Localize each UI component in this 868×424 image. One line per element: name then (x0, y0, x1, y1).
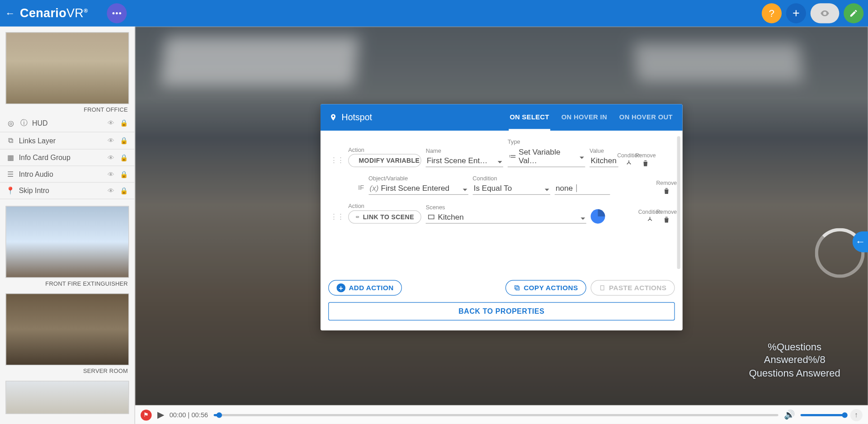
svg-rect-5 (601, 286, 604, 290)
visibility-icon[interactable]: 👁 (106, 137, 116, 144)
layer-name: Links Layer (19, 137, 103, 145)
lock-icon[interactable]: 🔒 (119, 137, 129, 144)
layer-row-hud[interactable]: ◎ ⓘ HUD 👁 🔒 (0, 114, 135, 132)
condition-value-input[interactable]: none (555, 183, 610, 195)
dialog-body: ⋮⋮ Action MODIFY VARIABLE Name First Sce… (321, 131, 683, 274)
back-arrow-icon[interactable]: ← (0, 8, 20, 19)
scene-icon (427, 214, 436, 221)
action-type-button[interactable]: LINK TO SCENE (348, 210, 421, 223)
visibility-icon[interactable]: 👁 (106, 170, 116, 178)
edit-button[interactable] (844, 3, 863, 23)
brand-logo: CenarioVR® (20, 6, 88, 20)
branch-icon (624, 160, 633, 167)
trash-icon (663, 187, 670, 195)
info-icon: ⓘ (19, 118, 29, 128)
volume-thumb[interactable] (842, 412, 847, 418)
lock-icon[interactable]: 🔒 (119, 187, 129, 194)
tab-on-select[interactable]: ON SELECT (509, 104, 550, 131)
scene-thumb[interactable] (5, 32, 129, 104)
collapse-up-button[interactable]: ↑ (850, 409, 863, 421)
visibility-icon[interactable]: 👁 (106, 154, 116, 161)
condition-button[interactable]: Condition (644, 209, 656, 224)
type-select[interactable]: ≔ Set Variable Val… (508, 146, 585, 167)
layer-row-infocard[interactable]: ▦ Info Card Group 👁 🔒 (0, 150, 135, 166)
overflow-menu-button[interactable] (107, 3, 127, 23)
add-action-button[interactable]: + ADD ACTION (328, 280, 402, 296)
dialog-header: Hotspot ON SELECT ON HOVER IN ON HOVER O… (321, 104, 683, 131)
layer-name: Intro Audio (19, 170, 103, 178)
name-select[interactable]: First Scene Ent… (426, 155, 503, 167)
action-type-button[interactable]: MODIFY VARIABLE (348, 154, 421, 167)
hud-line: %Questions (749, 341, 840, 354)
value-input[interactable]: Kitchen (590, 155, 618, 167)
back-to-properties-button[interactable]: BACK TO PROPERTIES (328, 302, 675, 320)
link-icon (355, 214, 359, 221)
scene-thumb[interactable] (5, 381, 129, 414)
transition-indicator[interactable] (591, 209, 605, 224)
help-button[interactable]: ? (762, 3, 782, 23)
name-label: Name (426, 147, 503, 154)
condition-row: IF Object/Variable (x)First Scene Entere… (330, 175, 673, 195)
copy-icon (514, 284, 520, 291)
object-select[interactable]: (x)First Scene Entered (368, 183, 468, 195)
hud-line: Answered%/8 (749, 354, 840, 367)
dialog-tabs: ON SELECT ON HOVER IN ON HOVER OUT (509, 104, 674, 131)
trash-icon (642, 160, 649, 167)
seek-thumb[interactable] (217, 412, 222, 418)
tab-on-hover-in[interactable]: ON HOVER IN (560, 104, 608, 131)
scene-label: SERVER ROOM (0, 365, 135, 375)
copy-actions-button[interactable]: COPY ACTIONS (505, 280, 586, 296)
brand-name: Cenario (20, 6, 66, 20)
paste-icon (599, 284, 606, 291)
layer-name: HUD (32, 119, 103, 127)
tab-on-hover-out[interactable]: ON HOVER OUT (618, 104, 674, 131)
pencil-icon (849, 9, 858, 18)
drag-handle-icon[interactable]: ⋮⋮ (330, 212, 344, 223)
visibility-icon[interactable]: 👁 (106, 119, 116, 127)
hotspot-dialog: Hotspot ON SELECT ON HOVER IN ON HOVER O… (321, 104, 683, 330)
dialog-footer: + ADD ACTION COPY ACTIONS PASTE ACTIONS … (321, 274, 683, 330)
branch-icon (646, 216, 655, 224)
lock-icon[interactable]: 🔒 (119, 154, 129, 161)
lock-icon[interactable]: 🔒 (119, 170, 129, 178)
hud-overlay: %Questions Answered%/8 Questions Answere… (749, 341, 840, 380)
scene-label: FRONT FIRE EXTINGUISHER (0, 278, 135, 288)
add-button[interactable]: + (786, 3, 806, 23)
lock-icon[interactable]: 🔒 (119, 119, 129, 127)
layers-icon: ⧉ (5, 136, 15, 145)
plus-icon: + (336, 283, 345, 292)
layer-name: Skip Intro (19, 187, 103, 195)
player-bar: ⚑ ▶ 00:00 | 00:56 🔊 ↑ (135, 405, 868, 424)
remove-button[interactable]: Remove (660, 209, 673, 224)
viewport[interactable]: %Questions Answered%/8 Questions Answere… (135, 27, 868, 424)
scene-thumb[interactable] (5, 206, 129, 278)
remove-button[interactable]: Remove (660, 180, 673, 195)
layer-row-audio[interactable]: ☰ Intro Audio 👁 🔒 (0, 166, 135, 183)
hud-line: Questions Answered (749, 367, 840, 380)
scenes-select[interactable]: Kitchen (426, 212, 586, 224)
volume-track[interactable] (801, 414, 845, 416)
svg-rect-3 (516, 287, 519, 290)
group-icon: ▦ (5, 153, 15, 161)
play-button[interactable]: ▶ (157, 410, 164, 420)
if-label: IF (358, 184, 364, 195)
condition-select[interactable]: Is Equal To (472, 183, 550, 195)
type-label: Type (508, 138, 585, 145)
brand-suffix: VR (66, 6, 84, 20)
scenes-label: Scenes (426, 204, 586, 211)
target-icon: ◎ (5, 119, 15, 127)
condition-button[interactable]: Condition (623, 152, 635, 167)
preview-toggle[interactable] (811, 3, 840, 23)
sidebar[interactable]: FRONT OFFICE ◎ ⓘ HUD 👁 🔒 ⧉ Links Layer 👁… (0, 27, 135, 424)
drag-handle-icon[interactable]: ⋮⋮ (330, 156, 344, 167)
scene-thumb[interactable] (5, 293, 129, 365)
seek-track[interactable] (213, 414, 778, 416)
volume-icon[interactable]: 🔊 (784, 410, 795, 420)
visibility-icon[interactable]: 👁 (106, 187, 116, 194)
action-row: ⋮⋮ Action LINK TO SCENE Scenes Kitchen (330, 203, 673, 224)
flag-icon[interactable]: ⚑ (141, 410, 151, 420)
svg-rect-2 (429, 215, 434, 219)
layer-row-links[interactable]: ⧉ Links Layer 👁 🔒 (0, 132, 135, 150)
layer-row-skip[interactable]: 📍 Skip Intro 👁 🔒 (0, 183, 135, 199)
remove-button[interactable]: Remove (639, 152, 651, 167)
